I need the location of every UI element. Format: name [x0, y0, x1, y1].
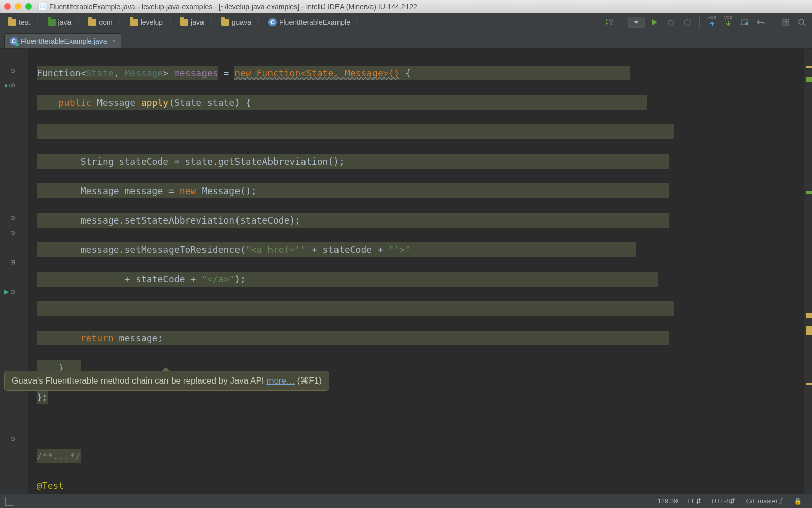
- fold-icon[interactable]: ⊖: [10, 82, 15, 89]
- run-button[interactable]: [649, 16, 661, 28]
- code-token: String stateCode = state.getStateAbbrevi…: [81, 156, 345, 167]
- window-title: FluentIterableExample.java - levelup-jav…: [49, 3, 417, 11]
- toolbar-right: 0110 VCS VCS: [603, 16, 808, 28]
- minimize-window-button[interactable]: [15, 3, 21, 10]
- code-token: "</a>": [201, 274, 234, 284]
- coverage-button[interactable]: [681, 16, 693, 28]
- chevron-right-icon: 〉: [75, 18, 84, 27]
- expand-icon[interactable]: ⊞: [10, 259, 15, 266]
- code-token: new Function<State, Message>(): [234, 68, 399, 78]
- run-config-dropdown[interactable]: [628, 17, 645, 28]
- breadcrumb-item-guava[interactable]: guava: [217, 17, 255, 27]
- breadcrumb-item-java[interactable]: java: [44, 17, 76, 27]
- stripe-marker[interactable]: [806, 383, 812, 385]
- tab-title: FluentIterableExample.java: [21, 37, 107, 45]
- class-icon: C: [268, 18, 277, 26]
- code-token: {: [399, 68, 411, 78]
- code-token: Message message =: [81, 185, 180, 196]
- inspection-tooltip[interactable]: Guava's FluentIterable method chain can …: [4, 371, 329, 391]
- svg-point-7: [745, 22, 748, 25]
- debug-button[interactable]: [665, 16, 677, 28]
- svg-line-13: [803, 24, 805, 26]
- code-token: new: [180, 185, 196, 196]
- tooltip-more-link[interactable]: more…: [266, 376, 295, 386]
- chevron-right-icon: 〉: [255, 18, 264, 27]
- toolbar-separator: [622, 16, 622, 28]
- stripe-marker[interactable]: [806, 191, 812, 194]
- svg-rect-11: [786, 23, 789, 25]
- fold-end-icon[interactable]: ⊖: [10, 229, 15, 236]
- run-test-icon[interactable]: ▶: [4, 288, 9, 295]
- search-button[interactable]: [796, 16, 808, 28]
- stripe-marker[interactable]: [806, 66, 812, 68]
- svg-rect-10: [783, 23, 785, 25]
- editor-tab[interactable]: C FluentIterableExample.java ×: [4, 33, 121, 48]
- code-token: + stateCode +: [306, 244, 389, 255]
- folder-icon: [8, 19, 16, 26]
- stripe-marker[interactable]: [806, 77, 812, 82]
- breadcrumb-item-java2[interactable]: java: [176, 17, 208, 27]
- breadcrumb[interactable]: test〉 java〉 com〉 levelup〉 java〉 guava〉 C…: [4, 17, 603, 27]
- code-token: =: [218, 68, 235, 78]
- breadcrumb-label: test: [19, 18, 30, 26]
- stripe-marker[interactable]: [806, 313, 812, 318]
- git-branch[interactable]: Git: master⇵: [740, 497, 789, 505]
- code-token: apply: [141, 97, 168, 108]
- code-token: };: [37, 392, 48, 402]
- code-token: message;: [114, 333, 163, 343]
- breadcrumb-item-class[interactable]: CFluentIterableExample: [264, 17, 354, 27]
- code-token: Message: [124, 68, 163, 78]
- undo-button[interactable]: [755, 16, 767, 28]
- tooltip-shortcut: (⌘F1): [295, 376, 322, 386]
- code-token: "<a href='": [246, 244, 306, 255]
- tool-windows-icon[interactable]: [5, 497, 14, 506]
- breadcrumb-label: guava: [232, 18, 251, 26]
- fold-end-icon[interactable]: ⊖: [10, 214, 15, 221]
- vcs-commit-button[interactable]: VCS: [722, 16, 734, 28]
- code-token: + stateCode +: [124, 274, 201, 284]
- zoom-window-button[interactable]: [25, 3, 32, 10]
- toolbar-separator: [699, 16, 700, 28]
- breadcrumb-label: java: [58, 18, 72, 26]
- vcs-update-button[interactable]: VCS: [706, 16, 718, 28]
- svg-text:01: 01: [609, 19, 613, 22]
- code-token: ,: [114, 68, 125, 78]
- structure-button[interactable]: [780, 16, 792, 28]
- error-stripe[interactable]: [804, 49, 812, 494]
- status-label: UTF-8: [712, 497, 730, 505]
- fold-end-icon[interactable]: ⊖: [10, 435, 15, 442]
- code-token: public: [58, 97, 91, 108]
- svg-point-12: [799, 19, 804, 24]
- code-editor[interactable]: Function<State, Message> messages = new …: [28, 49, 804, 494]
- breadcrumb-item-com[interactable]: com: [84, 17, 116, 27]
- editor-gutter[interactable]: ⊖ ●↑ ⊖ ⊖ ⊖ ⊞ ▶ ⊖ ⊖: [0, 49, 28, 494]
- stripe-marker[interactable]: [806, 326, 812, 335]
- lock-icon[interactable]: 🔒: [789, 497, 807, 505]
- file-encoding[interactable]: UTF-8⇵: [706, 497, 741, 505]
- code-token: "'>": [389, 244, 411, 255]
- line-separator[interactable]: LF⇵: [683, 497, 706, 505]
- code-token: message.setStateAbbreviation(stateCode);: [81, 215, 300, 226]
- caret-position[interactable]: 129:39: [653, 497, 683, 505]
- code-token: >: [163, 68, 174, 78]
- close-tab-icon[interactable]: ×: [112, 37, 116, 45]
- compile-button[interactable]: 0110: [603, 16, 616, 28]
- folder-icon: [180, 19, 188, 26]
- breadcrumb-item-test[interactable]: test: [4, 17, 35, 27]
- breadcrumb-label: java: [191, 18, 204, 26]
- editor-tabbar: C FluentIterableExample.java ×: [0, 31, 812, 49]
- file-icon: 📄: [38, 3, 46, 11]
- folder-icon: [88, 19, 96, 26]
- breadcrumb-label: com: [99, 18, 112, 26]
- close-window-button[interactable]: [4, 3, 11, 10]
- window-traffic-lights[interactable]: [4, 3, 32, 10]
- history-button[interactable]: [738, 16, 751, 28]
- code-token: Message();: [196, 185, 256, 196]
- breadcrumb-item-levelup[interactable]: levelup: [126, 17, 167, 27]
- folder-icon: [48, 19, 56, 26]
- fold-icon[interactable]: ⊖: [10, 288, 15, 295]
- class-icon: C: [10, 37, 18, 45]
- code-token: State: [86, 68, 114, 78]
- fold-icon[interactable]: ⊖: [10, 67, 15, 74]
- code-token: );: [234, 274, 246, 284]
